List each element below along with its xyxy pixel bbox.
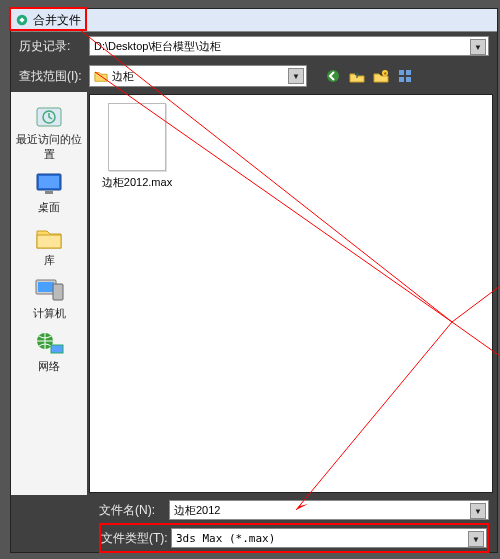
window-title: 合并文件 bbox=[33, 12, 81, 29]
file-list-pane[interactable]: 边柜2012.max bbox=[89, 94, 493, 493]
svg-rect-13 bbox=[37, 235, 61, 248]
new-folder-icon[interactable]: ★ bbox=[373, 68, 389, 84]
svg-rect-6 bbox=[399, 77, 404, 82]
views-icon[interactable] bbox=[397, 68, 413, 84]
file-item-label: 边柜2012.max bbox=[100, 175, 174, 190]
places-desktop-label: 桌面 bbox=[13, 200, 85, 215]
desktop-icon bbox=[33, 170, 65, 198]
filetype-value: 3ds Max (*.max) bbox=[176, 532, 275, 545]
places-computer[interactable]: 计算机 bbox=[13, 272, 85, 321]
merge-file-dialog: 合并文件 历史记录: D:\Desktop\柜台模型\边柜 ▼ 查找范围(I):… bbox=[10, 8, 498, 553]
chevron-down-icon[interactable]: ▼ bbox=[468, 531, 484, 547]
up-icon[interactable] bbox=[349, 68, 365, 84]
history-label: 历史记录: bbox=[19, 38, 89, 55]
places-library[interactable]: 库 bbox=[13, 219, 85, 268]
toolbar-icons: ★ bbox=[325, 68, 413, 84]
svg-rect-7 bbox=[406, 77, 411, 82]
svg-rect-5 bbox=[406, 70, 411, 75]
places-recent[interactable]: 最近访问的位置 bbox=[13, 98, 85, 162]
history-value: D:\Desktop\柜台模型\边柜 bbox=[94, 39, 221, 54]
places-bar: 最近访问的位置 桌面 库 计算机 bbox=[11, 92, 87, 495]
filename-value: 边柜2012 bbox=[174, 503, 220, 518]
titlebar[interactable]: 合并文件 bbox=[11, 9, 497, 32]
folder-icon bbox=[94, 69, 108, 83]
back-icon[interactable] bbox=[325, 68, 341, 84]
file-thumbnail-icon bbox=[108, 103, 166, 171]
svg-rect-15 bbox=[38, 282, 54, 292]
recent-icon bbox=[33, 102, 65, 130]
svg-rect-18 bbox=[51, 345, 63, 353]
filename-combo[interactable]: 边柜2012 ▼ bbox=[169, 500, 489, 520]
svg-rect-4 bbox=[399, 70, 404, 75]
filetype-label: 文件类型(T): bbox=[101, 530, 171, 547]
bottom-fields: 文件名(N): 边柜2012 ▼ 文件类型(T): 3ds Max (*.max… bbox=[11, 495, 497, 559]
file-item[interactable]: 边柜2012.max bbox=[100, 103, 174, 190]
places-recent-label: 最近访问的位置 bbox=[13, 132, 85, 162]
filetype-row: 文件类型(T): 3ds Max (*.max) ▼ bbox=[99, 523, 489, 553]
places-desktop[interactable]: 桌面 bbox=[13, 166, 85, 215]
lookin-label: 查找范围(I): bbox=[19, 68, 89, 85]
places-network[interactable]: 网络 bbox=[13, 325, 85, 374]
chevron-down-icon[interactable]: ▼ bbox=[470, 39, 486, 55]
svg-rect-11 bbox=[39, 176, 59, 188]
svg-rect-16 bbox=[53, 284, 63, 300]
lookin-row: 查找范围(I): 边柜 ▼ ★ bbox=[11, 60, 497, 92]
chevron-down-icon[interactable]: ▼ bbox=[288, 68, 304, 84]
history-row: 历史记录: D:\Desktop\柜台模型\边柜 ▼ bbox=[11, 32, 497, 60]
lookin-value: 边柜 bbox=[112, 69, 134, 84]
places-library-label: 库 bbox=[13, 253, 85, 268]
app-icon bbox=[15, 13, 29, 27]
filename-row: 文件名(N): 边柜2012 ▼ bbox=[99, 497, 489, 523]
chevron-down-icon[interactable]: ▼ bbox=[470, 503, 486, 519]
svg-rect-12 bbox=[45, 191, 53, 194]
lookin-combo[interactable]: 边柜 ▼ bbox=[89, 65, 307, 87]
computer-icon bbox=[33, 276, 65, 304]
places-computer-label: 计算机 bbox=[13, 306, 85, 321]
network-icon bbox=[33, 329, 65, 357]
filename-label: 文件名(N): bbox=[99, 502, 169, 519]
places-network-label: 网络 bbox=[13, 359, 85, 374]
history-combo[interactable]: D:\Desktop\柜台模型\边柜 ▼ bbox=[89, 36, 489, 56]
filetype-combo[interactable]: 3ds Max (*.max) ▼ bbox=[171, 528, 487, 548]
library-icon bbox=[33, 223, 65, 251]
body-area: 最近访问的位置 桌面 库 计算机 bbox=[11, 92, 497, 495]
